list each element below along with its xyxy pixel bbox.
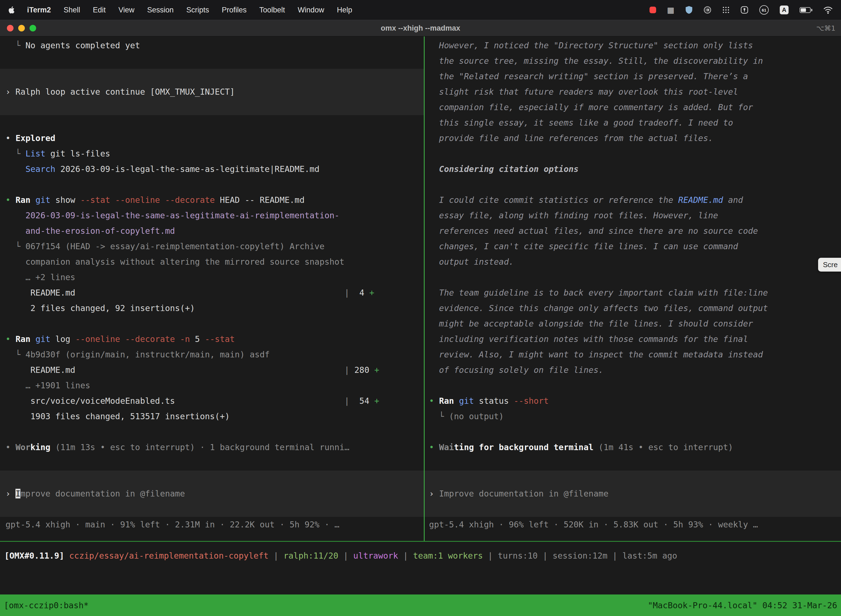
text-segment: └ 067f154 (HEAD -> essay/ai-reimplementa…	[6, 242, 324, 251]
text-segment: gpt-5.4 xhigh · 96% left · 520K in · 5.8…	[429, 520, 758, 529]
window-shortcut-badge: ⌥⌘1	[816, 24, 835, 32]
terminal-line: The team guideline is to back every impo…	[429, 285, 841, 301]
terminal-line: companion file, especially if more comme…	[429, 100, 841, 115]
input-source-icon[interactable]: A	[780, 6, 788, 14]
text-segment: gpt-5.4 xhigh · main · 91% left · 2.31M …	[6, 520, 339, 529]
menu-help[interactable]: Help	[337, 6, 352, 14]
terminal-line: • Ran git show --stat --oneline --decora…	[6, 192, 424, 208]
text-segment: •	[429, 396, 439, 406]
terminal-line: output instead.	[429, 254, 841, 270]
terminal-line: └ No agents completed yet	[6, 38, 424, 53]
menu-view[interactable]: View	[119, 6, 134, 14]
dots-grid-icon[interactable]	[722, 6, 730, 13]
battery-percentage-icon[interactable]: 61	[759, 5, 769, 15]
terminal-line: README.md | 4 +	[6, 285, 424, 301]
apple-menu-icon[interactable]	[8, 6, 15, 14]
text-segment: … +1901 lines	[6, 381, 90, 390]
terminal-line	[429, 177, 841, 192]
text-segment: evidence. Since this change only affects…	[429, 303, 768, 313]
text-segment: git	[35, 195, 50, 205]
terminal-line: essay file, along with finding root file…	[429, 208, 841, 223]
text-segment: ›	[429, 489, 439, 499]
text-segment: [OMX#0.11.9]	[4, 551, 69, 560]
text-segment: slight risk that future readers may over…	[429, 87, 738, 97]
text-segment: team:1 workers	[413, 551, 483, 560]
terminal-line: • Working (11m 13s • esc to interrupt) ·…	[6, 440, 424, 455]
prompt-input-left[interactable]: › Improve documentation in @filename	[0, 471, 424, 517]
screen-recording-indicator[interactable]	[649, 7, 656, 13]
minimize-button[interactable]	[18, 25, 25, 31]
text-segment: Ran	[15, 195, 30, 205]
menu-shell[interactable]: Shell	[64, 6, 80, 14]
text-segment: Ran	[15, 334, 30, 344]
terminal-line: the source tree, missing the essay. Stil…	[429, 53, 841, 69]
terminal-line: Considering citation options	[429, 161, 841, 177]
text-segment: •	[6, 133, 15, 143]
text-segment: companion file, especially if more comme…	[429, 103, 753, 112]
text-segment: •	[429, 442, 439, 452]
terminal-line	[429, 455, 841, 471]
text-segment: •	[6, 195, 15, 205]
text-segment: +	[374, 396, 379, 406]
text-segment: show	[50, 195, 80, 205]
text-segment: --stat --oneline --decorate	[80, 195, 215, 205]
terminal-line: └ (no output)	[429, 409, 841, 424]
menu-profiles[interactable]: Profiles	[222, 6, 247, 14]
terminal-line: this single essay, it seems like a good …	[429, 115, 841, 131]
terminal-line	[429, 424, 841, 440]
terminal-line: slight risk that future readers may over…	[429, 84, 841, 100]
text-segment: |	[398, 551, 413, 560]
menu-window[interactable]: Window	[298, 6, 324, 14]
terminal-line	[6, 177, 424, 192]
terminal-line	[6, 115, 424, 131]
text-segment: src/voice/voiceModeEnabled.ts	[6, 396, 344, 406]
wifi-icon[interactable]	[823, 6, 833, 14]
screen-share-tooltip[interactable]: Scre	[818, 258, 841, 271]
text-segment: the "Related research writing" section i…	[429, 72, 748, 81]
window-title-bar: omx --xhigh --madmax ⌥⌘1	[0, 20, 841, 37]
close-button[interactable]	[7, 25, 13, 31]
text-segment: |	[338, 551, 353, 560]
terminal-line: • Explored	[6, 131, 424, 146]
text-segment: cczip/essay/ai-reimplementation-copyleft	[69, 551, 268, 560]
terminal-line: including verification notes with those …	[429, 331, 841, 347]
text-segment: |	[268, 551, 283, 560]
disc-icon[interactable]	[703, 6, 711, 14]
text-segment: 280	[349, 365, 374, 375]
menu-edit[interactable]: Edit	[93, 6, 106, 14]
menu-iterm2[interactable]: iTerm2	[27, 6, 51, 14]
zoom-button[interactable]	[29, 25, 36, 31]
password-key-icon[interactable]	[741, 6, 748, 14]
text-segment: ultrawork	[353, 551, 398, 560]
shield-icon[interactable]	[686, 6, 693, 14]
text-segment: +	[374, 365, 379, 375]
text-segment: |	[344, 396, 349, 406]
menu-toolbelt[interactable]: Toolbelt	[259, 6, 285, 14]
terminal-line: references need actual files, and since …	[429, 223, 841, 239]
terminal-line: └ List git ls-files	[6, 146, 424, 161]
battery-icon[interactable]	[800, 7, 812, 13]
terminal-line	[6, 53, 424, 69]
text-segment: review. Also, I might want to inspect th…	[429, 350, 763, 359]
menu-bar-status-icons: ▦ 61 A	[649, 5, 833, 15]
prompt-input-right[interactable]: › Improve documentation in @filename	[425, 471, 841, 517]
text-segment: Considering citation options	[429, 164, 579, 174]
terminal-line	[6, 455, 424, 471]
menu-session[interactable]: Session	[147, 6, 174, 14]
text-segment: ting for background terminal	[454, 442, 593, 452]
terminal-line: of focusing solely on file lines.	[429, 362, 841, 378]
text-segment: 2026-03-09-is-legal-the-same-as-legitima…	[6, 211, 339, 220]
terminal-left-pane[interactable]: └ No agents completed yet› Ralph loop ac…	[0, 37, 424, 541]
tmux-session-window[interactable]: [omx-cczip0:bash*	[4, 601, 89, 610]
terminal-line: README.md | 280 +	[6, 362, 424, 378]
text-segment	[30, 195, 35, 205]
text-segment: 2 files changed, 92 insertions(+)	[6, 303, 195, 313]
terminal-right-pane[interactable]: However, I noticed the "Directory Struct…	[425, 37, 841, 541]
text-segment: provide file and line references from th…	[429, 133, 713, 143]
text-segment: --short	[514, 396, 548, 406]
terminal-line: changes, I can't cite specific file line…	[429, 239, 841, 254]
terminal-line	[6, 424, 424, 440]
text-segment: … +2 lines	[6, 273, 75, 282]
menu-scripts[interactable]: Scripts	[186, 6, 209, 14]
keyboard-icon[interactable]: ▦	[667, 6, 674, 15]
